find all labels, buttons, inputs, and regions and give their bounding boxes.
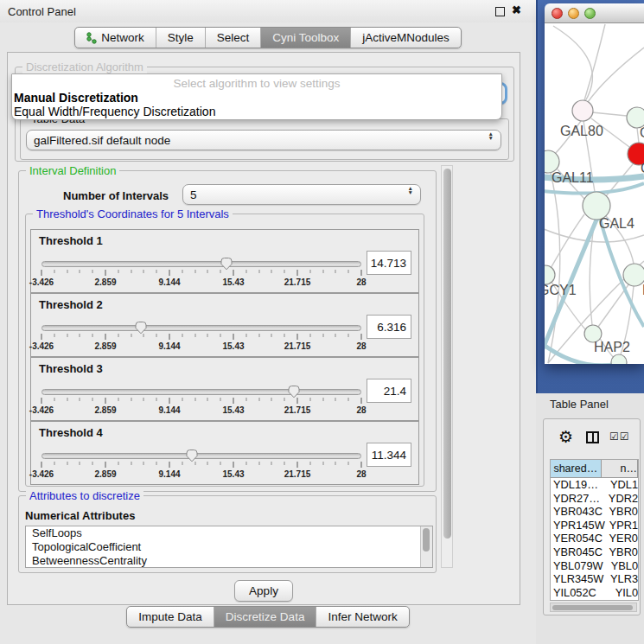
table-panel-title: Table Panel bbox=[550, 398, 609, 411]
tab-label: Select bbox=[217, 31, 250, 44]
network-node-label: HAP2 bbox=[594, 340, 630, 354]
threshold-label: Threshold 4 bbox=[39, 426, 103, 439]
algorithm-option-equal-width[interactable]: Equal Width/Frequency Discretization bbox=[14, 105, 215, 118]
threshold-value-field[interactable]: 21.4 bbox=[367, 379, 411, 403]
attribute-list-item[interactable]: BetweennessCentrality bbox=[26, 554, 432, 568]
combo-arrows-icon: ▲▼ bbox=[488, 132, 494, 140]
threshold-value-field[interactable]: 11.344 bbox=[367, 443, 411, 467]
slider-track[interactable] bbox=[41, 325, 361, 331]
attribute-list-item[interactable]: SelfLoops bbox=[26, 526, 432, 540]
network-node-GAL80[interactable] bbox=[572, 100, 593, 121]
slider-thumb[interactable] bbox=[219, 256, 233, 271]
network-node-H[interactable] bbox=[623, 264, 644, 286]
table-row[interactable]: YBL079WYBL0 bbox=[551, 559, 638, 573]
threshold-value-field[interactable]: 6.316 bbox=[367, 315, 411, 339]
thresholds-group-title: Threshold's Coordinates for 5 Intervals bbox=[33, 207, 233, 220]
slider-track[interactable] bbox=[41, 261, 361, 267]
split-view-icon[interactable] bbox=[586, 431, 599, 443]
minimize-traffic-light-icon[interactable] bbox=[568, 8, 579, 19]
desktop-area: GAL80GACGAL11GAL4GCY1HHAP2 Table Panel ⚙… bbox=[536, 0, 644, 644]
table-row[interactable]: YBR043CYBR0 bbox=[551, 505, 638, 519]
table-data-combo[interactable]: galFiltered.sif default node ▲▼ bbox=[26, 130, 501, 150]
panel-title: Control Panel bbox=[8, 5, 76, 18]
table-row[interactable]: YIL052CYIL0 bbox=[551, 586, 638, 600]
threshold-slider[interactable]: -3.4262.8599.14415.4321.71528 bbox=[41, 384, 361, 418]
threshold-value-field[interactable]: 14.713 bbox=[367, 251, 411, 275]
slider-thumb[interactable] bbox=[287, 384, 302, 399]
slider-track[interactable] bbox=[41, 453, 361, 459]
cell-shared-name: YPR145W bbox=[551, 519, 605, 532]
tab-jactivemnodules[interactable]: jActiveMNodules bbox=[350, 28, 461, 48]
close-traffic-light-icon[interactable] bbox=[552, 8, 563, 19]
table-row[interactable]: YDL19…YDL1 bbox=[551, 478, 638, 492]
network-edge[interactable] bbox=[553, 26, 592, 101]
table-row[interactable]: YBR045CYBR0 bbox=[551, 545, 638, 559]
slider-ticks bbox=[41, 462, 361, 469]
zoom-traffic-light-icon[interactable] bbox=[584, 8, 596, 19]
table-column-header[interactable]: n… bbox=[602, 460, 638, 478]
numerical-attributes-label: Numerical Attributes bbox=[25, 509, 135, 522]
table-data-combo-value: galFiltered.sif default node bbox=[34, 134, 170, 147]
network-edge[interactable] bbox=[588, 48, 644, 102]
bottom-tab-infer-network[interactable]: Infer Network bbox=[316, 607, 408, 627]
cell-name: YBR0 bbox=[605, 545, 638, 559]
threshold-slider[interactable]: -3.4262.8599.14415.4321.71528 bbox=[41, 256, 361, 290]
cell-name: YBL0 bbox=[607, 559, 638, 573]
tab-cyni-toolbox[interactable]: Cyni Toolbox bbox=[260, 28, 350, 48]
algorithm-option-manual[interactable]: Manual Discretization bbox=[14, 91, 138, 105]
slider-ticks bbox=[41, 334, 361, 341]
attribute-list-item[interactable]: TopologicalCoefficient bbox=[26, 540, 432, 554]
table-row[interactable]: YDR27…YDR2 bbox=[551, 492, 638, 506]
cell-name: YDR2 bbox=[604, 492, 638, 506]
tab-label: Discretize Data bbox=[226, 610, 305, 623]
network-node-bottom[interactable] bbox=[611, 354, 627, 364]
slider-thumb[interactable] bbox=[184, 448, 199, 462]
bottom-tab-impute-data[interactable]: Impute Data bbox=[127, 607, 214, 627]
settings-vertical-scrollbar[interactable] bbox=[441, 165, 453, 568]
network-edge[interactable] bbox=[637, 128, 639, 143]
network-node-label: GAL4 bbox=[599, 216, 634, 231]
network-window-titlebar[interactable] bbox=[545, 3, 644, 23]
slider-tick-labels: -3.4262.8599.14415.4321.71528 bbox=[41, 341, 361, 352]
slider-thumb[interactable] bbox=[133, 320, 148, 335]
cell-shared-name: YBR043C bbox=[551, 505, 605, 519]
attributes-list-scrollbar[interactable] bbox=[420, 526, 432, 567]
attributes-group-title: Attributes to discretize bbox=[26, 489, 143, 502]
apply-button[interactable]: Apply bbox=[234, 580, 293, 602]
network-node-GCY1[interactable] bbox=[545, 265, 555, 284]
tab-select[interactable]: Select bbox=[205, 28, 261, 48]
network-canvas[interactable]: GAL80GACGAL11GAL4GCY1HHAP2 bbox=[545, 23, 644, 364]
tab-network[interactable]: Network bbox=[75, 28, 156, 48]
top-tab-bar: NetworkStyleSelectCyni ToolboxjActiveMNo… bbox=[0, 27, 536, 48]
number-of-intervals-label: Number of Intervals bbox=[63, 189, 169, 202]
gear-icon[interactable]: ⚙ bbox=[558, 429, 573, 445]
cell-shared-name: YBR045C bbox=[551, 545, 605, 559]
numerical-attributes-list[interactable]: SelfLoopsTopologicalCoefficientBetweenne… bbox=[25, 526, 433, 568]
tab-label: Impute Data bbox=[138, 610, 202, 623]
cell-shared-name: YBL079W bbox=[551, 559, 607, 573]
number-of-intervals-combo[interactable]: 5 ▲▼ bbox=[182, 184, 421, 205]
network-edge[interactable] bbox=[584, 24, 605, 100]
threshold-slider[interactable]: -3.4262.8599.14415.4321.71528 bbox=[41, 320, 361, 354]
table-horizontal-scrollbar[interactable] bbox=[550, 603, 637, 612]
tab-style[interactable]: Style bbox=[156, 28, 205, 48]
bottom-tab-bar: Impute DataDiscretize DataInfer Network bbox=[0, 606, 536, 628]
threshold-slider[interactable]: -3.4262.8599.14415.4321.71528 bbox=[41, 448, 361, 482]
bottom-tab-discretize-data[interactable]: Discretize Data bbox=[214, 607, 316, 627]
table-row[interactable]: YPR145WYPR1 bbox=[551, 519, 638, 532]
float-icon[interactable] bbox=[495, 7, 505, 16]
tab-label: jActiveMNodules bbox=[362, 31, 450, 44]
slider-tick-labels: -3.4262.8599.14415.4321.71528 bbox=[41, 405, 361, 416]
table-row[interactable]: YLR345WYLR3 bbox=[551, 572, 638, 586]
table-column-header[interactable]: shared… bbox=[551, 460, 602, 478]
table-row[interactable]: YER054CYER0 bbox=[551, 532, 638, 545]
threshold-panel-3: Threshold 3-3.4262.8599.14415.4321.71528… bbox=[30, 357, 419, 421]
table-data-group: Table Data galFiltered.sif default node … bbox=[20, 118, 509, 160]
network-icon bbox=[86, 32, 97, 44]
cell-name: YIL0 bbox=[611, 586, 638, 600]
network-edge[interactable] bbox=[592, 112, 627, 116]
close-icon[interactable]: ✖ bbox=[512, 3, 521, 16]
slider-track[interactable] bbox=[41, 389, 361, 395]
checkbox-columns-icon[interactable]: ☑☑ bbox=[609, 430, 630, 443]
network-node-label: GAL11 bbox=[552, 170, 594, 185]
